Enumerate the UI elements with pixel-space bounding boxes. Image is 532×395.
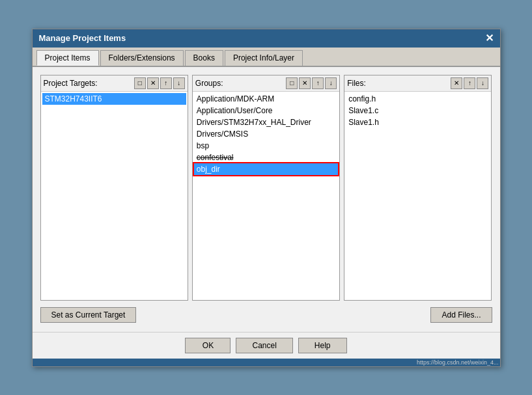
- files-title: Files:: [347, 79, 449, 88]
- files-up-btn[interactable]: ↑: [464, 77, 475, 89]
- cancel-button[interactable]: Cancel: [236, 338, 292, 353]
- groups-obj-dir-item[interactable]: obj_dir: [194, 163, 338, 175]
- list-item[interactable]: Application/User/Core: [194, 105, 338, 116]
- ok-button[interactable]: OK: [185, 338, 231, 353]
- list-item[interactable]: Slave1.h: [346, 116, 490, 128]
- list-item[interactable]: bsp: [194, 140, 338, 152]
- add-files-button[interactable]: Add Files...: [430, 307, 492, 323]
- groups-new-btn[interactable]: □: [286, 77, 298, 89]
- list-item[interactable]: Drivers/STM32H7xx_HAL_Driver: [194, 116, 338, 128]
- project-targets-panel: Project Targets: □ ✕ ↑ ↓ STM32H743IIT6: [40, 75, 188, 301]
- title-bar: Manage Project Items ✕: [33, 29, 500, 48]
- groups-panel: Groups: □ ✕ ↑ ↓ Application/MDK-ARM Appl…: [192, 75, 340, 301]
- files-delete-btn[interactable]: ✕: [451, 77, 462, 89]
- groups-up-btn[interactable]: ↑: [312, 77, 324, 89]
- dialog-footer: OK Cancel Help: [33, 332, 500, 359]
- list-item[interactable]: Application/MDK-ARM: [194, 93, 338, 105]
- bottom-right: Add Files...: [430, 307, 492, 323]
- files-panel: Files: ✕ ↑ ↓ config.h Slave1.c Slave1.h: [344, 75, 492, 301]
- tab-project-info-layer[interactable]: Project Info/Layer: [225, 50, 303, 66]
- tab-books[interactable]: Books: [185, 50, 223, 66]
- targets-title: Project Targets:: [44, 79, 133, 88]
- groups-down-btn[interactable]: ↓: [325, 77, 337, 89]
- set-current-target-button[interactable]: Set as Current Target: [40, 307, 137, 323]
- url-bar: https://blog.csdn.net/weixin_4...: [33, 359, 500, 366]
- files-down-btn[interactable]: ↓: [477, 77, 488, 89]
- files-list[interactable]: config.h Slave1.c Slave1.h: [344, 92, 491, 300]
- bottom-buttons: Set as Current Target Add Files...: [40, 306, 492, 324]
- help-button[interactable]: Help: [298, 338, 347, 353]
- tab-folders-extensions[interactable]: Folders/Extensions: [100, 50, 184, 66]
- tab-bar: Project Items Folders/Extensions Books P…: [33, 48, 500, 67]
- tab-project-items[interactable]: Project Items: [36, 50, 99, 66]
- targets-list[interactable]: STM32H743IIT6: [41, 92, 188, 300]
- targets-delete-btn[interactable]: ✕: [147, 77, 159, 89]
- list-item[interactable]: STM32H743IIT6: [42, 93, 186, 105]
- list-item[interactable]: confestival: [194, 152, 338, 163]
- dialog-content: Project Targets: □ ✕ ↑ ↓ STM32H743IIT6 G…: [33, 67, 500, 332]
- panels-container: Project Targets: □ ✕ ↑ ↓ STM32H743IIT6 G…: [40, 75, 492, 301]
- targets-header: Project Targets: □ ✕ ↑ ↓: [41, 75, 188, 92]
- targets-up-btn[interactable]: ↑: [160, 77, 172, 89]
- dialog-title: Manage Project Items: [39, 33, 126, 43]
- close-button[interactable]: ✕: [485, 33, 494, 44]
- groups-header: Groups: □ ✕ ↑ ↓: [193, 75, 339, 92]
- files-header: Files: ✕ ↑ ↓: [344, 75, 491, 92]
- list-item[interactable]: Drivers/CMSIS: [194, 128, 338, 140]
- groups-list[interactable]: Application/MDK-ARM Application/User/Cor…: [193, 92, 339, 300]
- targets-down-btn[interactable]: ↓: [173, 77, 185, 89]
- targets-new-btn[interactable]: □: [134, 77, 146, 89]
- bottom-left: Set as Current Target: [40, 307, 137, 323]
- list-item[interactable]: Slave1.c: [346, 105, 490, 116]
- list-item[interactable]: config.h: [346, 93, 490, 105]
- groups-delete-btn[interactable]: ✕: [299, 77, 311, 89]
- manage-project-items-dialog: Manage Project Items ✕ Project Items Fol…: [32, 29, 501, 367]
- groups-title: Groups:: [195, 79, 285, 88]
